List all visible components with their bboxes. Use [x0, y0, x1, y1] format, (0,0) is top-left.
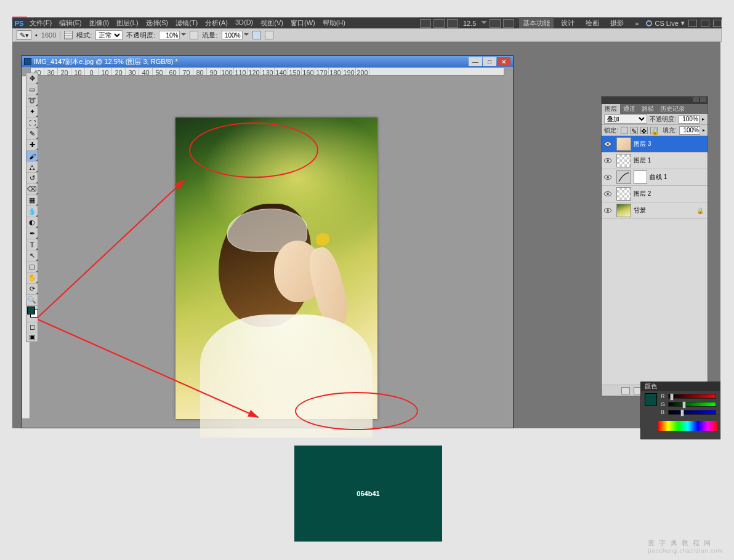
move-tool[interactable]: ✥: [26, 73, 38, 84]
airbrush-icon[interactable]: [252, 31, 261, 39]
lasso-tool[interactable]: ➰: [26, 95, 38, 106]
extras-icon[interactable]: [503, 19, 514, 28]
eyedropper-tool[interactable]: ✎: [26, 129, 38, 140]
brush-size[interactable]: 1600: [41, 31, 56, 39]
window-close-icon[interactable]: [713, 20, 722, 27]
visibility-toggle[interactable]: [602, 208, 614, 213]
shape-tool[interactable]: ▢: [26, 262, 38, 273]
flow-stepper-icon[interactable]: [244, 33, 249, 38]
eraser-tool[interactable]: ⌫: [26, 184, 38, 195]
gradient-tool[interactable]: ▦: [26, 195, 38, 206]
menu-window[interactable]: 窗口(W): [287, 18, 319, 28]
screenmode3-icon[interactable]: [447, 19, 458, 28]
history-brush-tool[interactable]: ↺: [26, 173, 38, 184]
workspace-painting[interactable]: 绘画: [582, 17, 603, 29]
pressure-size-icon[interactable]: [265, 31, 273, 39]
menu-help[interactable]: 帮助(H): [319, 18, 349, 28]
cslive-button[interactable]: CS Live▾: [646, 19, 685, 27]
screenmode1-icon[interactable]: [420, 19, 431, 28]
opacity-arrow-icon[interactable]: ▸: [702, 116, 704, 122]
healing-tool[interactable]: ✚: [26, 140, 38, 151]
workspace-more[interactable]: »: [631, 18, 642, 28]
g-slider[interactable]: [668, 402, 716, 407]
tab-layers[interactable]: 图层: [602, 104, 620, 114]
color-panel-tab[interactable]: 颜色: [641, 382, 720, 391]
menu-edit[interactable]: 编辑(E): [55, 18, 86, 28]
workspace-design[interactable]: 设计: [557, 17, 578, 29]
menu-filter[interactable]: 滤镜(T): [172, 18, 201, 28]
brush-panel-icon[interactable]: [64, 31, 73, 39]
doc-close-button[interactable]: ✕: [497, 57, 510, 66]
tab-paths[interactable]: 路径: [639, 104, 657, 114]
canvas[interactable]: [30, 76, 504, 419]
fill-value[interactable]: 100%: [679, 126, 700, 135]
layer-row[interactable]: 图层 1: [602, 153, 708, 169]
app-logo[interactable]: PS: [12, 18, 26, 29]
wand-tool[interactable]: ✦: [26, 106, 38, 118]
visibility-toggle[interactable]: [602, 142, 614, 146]
lock-all-icon[interactable]: 🔒: [650, 127, 658, 134]
layer-name[interactable]: 曲线 1: [650, 173, 708, 182]
brush-tool[interactable]: 🖌: [26, 151, 38, 162]
zoom-tool[interactable]: 🔍: [26, 295, 38, 306]
layer-thumb[interactable]: [616, 170, 631, 184]
panel-header[interactable]: [602, 97, 708, 104]
pressure-opacity-icon[interactable]: [190, 31, 198, 39]
tab-history[interactable]: 历史记录: [657, 104, 688, 114]
menu-3d[interactable]: 3D(D): [232, 18, 257, 28]
menu-select[interactable]: 选择(S): [142, 18, 172, 28]
opacity-stepper-icon[interactable]: [181, 33, 186, 38]
lock-transparency-icon[interactable]: [621, 127, 628, 134]
tab-channels[interactable]: 通道: [620, 104, 639, 114]
layer-opacity-value[interactable]: 100%: [679, 115, 700, 124]
visibility-toggle[interactable]: [602, 175, 614, 180]
doc-minimize-button[interactable]: —: [469, 57, 482, 66]
lock-pixels-icon[interactable]: ✎: [631, 127, 638, 134]
layer-row[interactable]: 图层 2: [602, 186, 708, 202]
layer-thumb[interactable]: [616, 137, 631, 151]
zoom-value[interactable]: 12.5: [461, 20, 478, 27]
lock-position-icon[interactable]: ✥: [640, 127, 648, 134]
crop-tool[interactable]: ⛶: [26, 118, 38, 129]
current-tool-icon[interactable]: ✎▾: [17, 30, 31, 40]
path-select-tool[interactable]: ↖: [26, 250, 38, 262]
fill-arrow-icon[interactable]: ▸: [703, 127, 705, 133]
workspace-photo[interactable]: 摄影: [607, 17, 627, 29]
screenmode-icon[interactable]: ▣: [26, 332, 38, 342]
layer-row[interactable]: 曲线 1: [602, 169, 708, 186]
layer-name[interactable]: 图层 1: [634, 156, 708, 165]
menu-image[interactable]: 图像(I): [86, 18, 113, 28]
doc-titlebar[interactable]: IMG_4147副本e.jpg @ 12.5% (图层 3, RGB/8) * …: [22, 56, 513, 67]
color-swatches[interactable]: [26, 306, 38, 322]
pen-tool[interactable]: ✒: [26, 228, 38, 239]
menu-view[interactable]: 视图(V): [257, 18, 287, 28]
rotate-tool[interactable]: ⟳: [26, 284, 38, 295]
layer-mask-thumb[interactable]: [634, 170, 647, 184]
layer-name[interactable]: 背景: [634, 206, 696, 215]
workspace-essentials[interactable]: 基本功能: [519, 17, 554, 29]
window-max-icon[interactable]: [701, 20, 709, 27]
color-panel-swatch[interactable]: [645, 393, 657, 406]
menu-file[interactable]: 文件(F): [26, 18, 55, 28]
doc-maximize-button[interactable]: □: [483, 57, 496, 66]
stamp-tool[interactable]: ⛼: [26, 162, 38, 173]
layer-name[interactable]: 图层 3: [634, 140, 708, 148]
screenmode2-icon[interactable]: [434, 19, 445, 28]
layer-name[interactable]: 图层 2: [634, 190, 708, 198]
opacity-input[interactable]: [159, 31, 180, 39]
zoom-dropdown-icon[interactable]: [481, 21, 487, 27]
layer-thumb[interactable]: [616, 204, 631, 217]
foreground-swatch[interactable]: [27, 306, 35, 314]
visibility-toggle[interactable]: [602, 158, 614, 163]
layer-row[interactable]: 背景🔒: [602, 202, 708, 219]
layer-thumb[interactable]: [616, 154, 631, 167]
blend-mode-select[interactable]: 正常: [95, 30, 123, 40]
type-tool[interactable]: T: [26, 239, 38, 250]
arrange-icon[interactable]: [490, 19, 501, 28]
blur-tool[interactable]: 💧: [26, 206, 38, 217]
window-min-icon[interactable]: [688, 20, 697, 27]
marquee-tool[interactable]: ▭: [26, 84, 38, 95]
dodge-tool[interactable]: ◐: [26, 217, 38, 228]
menu-layer[interactable]: 图层(L): [113, 18, 142, 28]
menu-analysis[interactable]: 分析(A): [201, 18, 232, 28]
